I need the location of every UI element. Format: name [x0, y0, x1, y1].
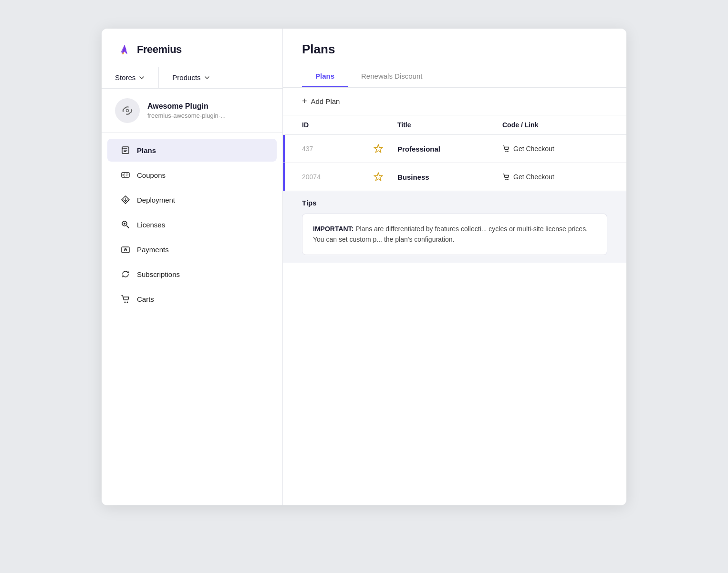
table-row: 437 Professional Get Checkout	[283, 135, 626, 163]
tips-card: IMPORTANT: Plans are differentiated by f…	[302, 214, 607, 255]
svg-point-13	[505, 151, 506, 152]
plan-checkout-link[interactable]: Get Checkout	[502, 145, 607, 153]
svg-point-15	[505, 179, 506, 180]
col-header-title: Title	[397, 121, 502, 129]
plans-label: Plans	[137, 146, 156, 154]
tips-section: Tips IMPORTANT: Plans are differentiated…	[283, 191, 626, 263]
plugin-slug: freemius-awesome-plugin-...	[147, 112, 226, 119]
plans-icon	[121, 145, 130, 155]
licenses-icon	[121, 220, 130, 229]
sidebar-item-licenses[interactable]: Licenses	[107, 213, 277, 236]
sidebar-item-subscriptions[interactable]: Subscriptions	[107, 263, 277, 286]
diamond-star-icon-2	[373, 172, 384, 182]
main-content: Plans Plans Renewals Discount + Add Plan…	[283, 29, 626, 505]
svg-point-12	[127, 302, 128, 303]
svg-point-1	[126, 110, 129, 112]
add-plan-button[interactable]: + Add Plan	[283, 88, 626, 115]
plugin-header: Awesome Plugin freemius-awesome-plugin-.…	[102, 89, 282, 133]
nav-bar: Stores Products	[102, 67, 282, 89]
carts-icon	[121, 294, 130, 304]
sidebar-item-deployment[interactable]: Deployment	[107, 188, 277, 211]
payments-icon	[121, 245, 130, 254]
add-plan-label: Add Plan	[311, 97, 340, 105]
cart-icon	[502, 145, 510, 153]
app-container: Freemius Stores Products	[102, 29, 626, 505]
svg-rect-3	[122, 148, 124, 149]
tab-renewals-discount[interactable]: Renewals Discount	[348, 66, 436, 87]
chevron-down-icon	[138, 74, 145, 81]
col-header-code-link: Code / Link	[502, 121, 607, 129]
subscriptions-icon	[121, 269, 130, 279]
page-title: Plans	[302, 42, 607, 57]
logo-text: Freemius	[137, 43, 182, 56]
carts-label: Carts	[137, 295, 154, 303]
coupons-icon	[121, 170, 130, 180]
svg-point-5	[123, 174, 124, 176]
col-header-id: ID	[302, 121, 359, 129]
table-header: ID Title Code / Link	[283, 115, 626, 135]
plan-id: 20074	[302, 173, 359, 181]
plugin-logo-icon	[121, 104, 134, 117]
sidebar-item-plans[interactable]: Plans	[107, 139, 277, 162]
tab-plans[interactable]: Plans	[302, 66, 348, 87]
plugin-avatar	[115, 98, 140, 123]
plan-id: 437	[302, 145, 359, 153]
plugin-name: Awesome Plugin	[147, 102, 226, 111]
stores-nav[interactable]: Stores	[102, 67, 159, 88]
tips-title: Tips	[302, 199, 607, 207]
products-nav[interactable]: Products	[159, 67, 223, 88]
plan-checkout-link[interactable]: Get Checkout	[502, 173, 607, 181]
main-header: Plans Plans Renewals Discount	[283, 29, 626, 88]
sidebar-item-coupons[interactable]: Coupons	[107, 164, 277, 186]
svg-point-16	[507, 179, 508, 180]
sidebar-item-payments[interactable]: Payments	[107, 238, 277, 261]
freemius-logo-icon	[117, 42, 132, 57]
products-label: Products	[172, 73, 200, 82]
svg-point-14	[507, 151, 508, 152]
svg-point-10	[125, 249, 126, 250]
plus-icon: +	[302, 96, 307, 106]
plugin-info: Awesome Plugin freemius-awesome-plugin-.…	[147, 102, 226, 119]
sidebar-item-carts[interactable]: Carts	[107, 287, 277, 310]
plan-title: Business	[397, 173, 502, 181]
licenses-label: Licenses	[137, 221, 165, 229]
table-row: 20074 Business Get Checkout	[283, 163, 626, 191]
main-body: + Add Plan ID Title Code / Link 437 Prof…	[283, 88, 626, 505]
chevron-down-icon	[204, 74, 210, 81]
deployment-label: Deployment	[137, 196, 175, 204]
col-header-icon	[359, 121, 397, 129]
cart-icon-2	[502, 173, 510, 181]
svg-point-11	[125, 302, 126, 303]
subscriptions-label: Subscriptions	[137, 270, 180, 278]
plan-star-icon	[359, 143, 397, 154]
tips-important-label: IMPORTANT:	[313, 225, 354, 233]
sidebar-menu: Plans Coupons Deployment	[102, 133, 282, 316]
deployment-icon	[121, 195, 130, 205]
sidebar-logo: Freemius	[102, 29, 282, 67]
sidebar: Freemius Stores Products	[102, 29, 283, 505]
stores-label: Stores	[115, 73, 135, 82]
plan-star-icon	[359, 172, 397, 182]
payments-label: Payments	[137, 246, 169, 254]
svg-point-7	[124, 223, 125, 225]
coupons-label: Coupons	[137, 171, 166, 179]
tabs-bar: Plans Renewals Discount	[302, 66, 607, 87]
tips-text: Plans are differentiated by features col…	[313, 225, 588, 243]
plan-title: Professional	[397, 145, 502, 153]
diamond-star-icon	[373, 143, 384, 154]
